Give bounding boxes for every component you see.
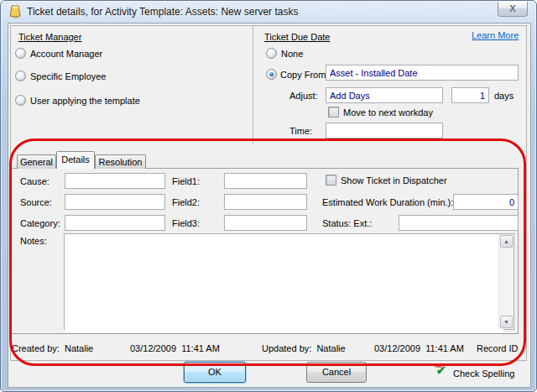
scroll-down-icon[interactable]: ▼: [500, 316, 513, 328]
status-ext-label: Status: Ext.:: [322, 218, 372, 228]
cause-label: Cause:: [20, 176, 50, 186]
spell-checkmark-glyph: ✔: [436, 365, 446, 377]
work-duration-field[interactable]: [453, 194, 519, 210]
field1-field[interactable]: [224, 173, 307, 189]
radio-copy-from-label: Copy From: [280, 70, 326, 80]
check-spelling-icon[interactable]: ABC ✔: [435, 363, 450, 379]
show-ticket-dispatcher-checkbox[interactable]: [326, 175, 336, 186]
record-id-text: Record ID: [477, 343, 519, 353]
close-icon: X: [509, 3, 515, 13]
scroll-up-icon[interactable]: ▲: [500, 235, 513, 248]
field3-field[interactable]: [224, 215, 307, 231]
learn-more-link[interactable]: Learn More: [472, 30, 519, 40]
section-divider: [253, 26, 253, 144]
days-suffix-label: days: [494, 91, 514, 101]
field2-label: Field2:: [172, 197, 200, 207]
category-field[interactable]: [65, 215, 165, 231]
cause-field[interactable]: [65, 173, 165, 189]
radio-due-date-none[interactable]: [266, 48, 277, 59]
ticket-details-dialog: Ticket details, for Activity Template: A…: [0, 0, 537, 392]
ok-button[interactable]: OK: [184, 362, 246, 383]
ticket-note-icon: [8, 5, 22, 18]
check-spelling-label[interactable]: Check Spelling: [453, 368, 514, 379]
radio-due-date-none-label: None: [281, 49, 303, 59]
show-ticket-dispatcher-label: Show Ticket in Dispatcher: [341, 175, 447, 186]
updated-by-text: Updated by: Natalie: [262, 343, 346, 353]
tab-general[interactable]: General: [17, 154, 56, 169]
radio-account-manager[interactable]: [15, 48, 26, 59]
created-by-text: Created by: Natalie: [12, 343, 93, 353]
radio-specific-employee[interactable]: [15, 71, 26, 81]
status-ext-field[interactable]: [399, 215, 519, 231]
tab-details[interactable]: Details: [56, 151, 95, 169]
radio-user-applying-template[interactable]: [15, 95, 26, 106]
cancel-button[interactable]: Cancel: [306, 362, 367, 383]
radio-account-manager-label: Account Manager: [30, 49, 102, 59]
time-field[interactable]: [326, 123, 443, 139]
source-label: Source:: [20, 197, 52, 207]
radio-copy-from[interactable]: [266, 69, 277, 80]
ticket-manager-heading: Ticket Manager: [18, 32, 81, 42]
dialog-title: Ticket details, for Activity Template: A…: [27, 6, 298, 18]
copy-from-field[interactable]: [326, 65, 519, 81]
notes-scrollbar[interactable]: ▲ ▼: [498, 234, 514, 329]
category-label: Category:: [20, 218, 60, 228]
tab-resolution[interactable]: Resolution: [95, 154, 146, 169]
notes-textarea[interactable]: [65, 234, 503, 332]
close-button[interactable]: X: [498, 2, 528, 17]
time-label: Time:: [289, 126, 312, 136]
radio-user-applying-template-label: User applying the template: [30, 96, 140, 106]
title-bar[interactable]: Ticket details, for Activity Template: A…: [1, 1, 536, 23]
notes-label: Notes:: [20, 236, 47, 246]
adjust-label: Adjust:: [289, 91, 318, 101]
radio-specific-employee-label: Specific Employee: [30, 71, 107, 81]
field2-field[interactable]: [224, 194, 307, 210]
move-next-workday-label: Move to next workday: [343, 107, 433, 118]
work-duration-label: Estimated Work Duration (min.):: [322, 197, 453, 207]
adjust-days-field[interactable]: [451, 87, 489, 103]
created-datetime-text: 03/12/2009 11:41 AM: [130, 343, 220, 353]
source-field[interactable]: [65, 194, 165, 210]
notes-box: ▲ ▼: [64, 233, 514, 330]
field1-label: Field1:: [172, 176, 200, 186]
adjust-method-field[interactable]: [326, 87, 443, 103]
field3-label: Field3:: [172, 218, 200, 228]
move-next-workday-checkbox[interactable]: [328, 107, 339, 118]
updated-datetime-text: 03/12/2009 11:41 AM: [374, 343, 464, 353]
ticket-due-date-heading: Ticket Due Date: [264, 32, 330, 42]
